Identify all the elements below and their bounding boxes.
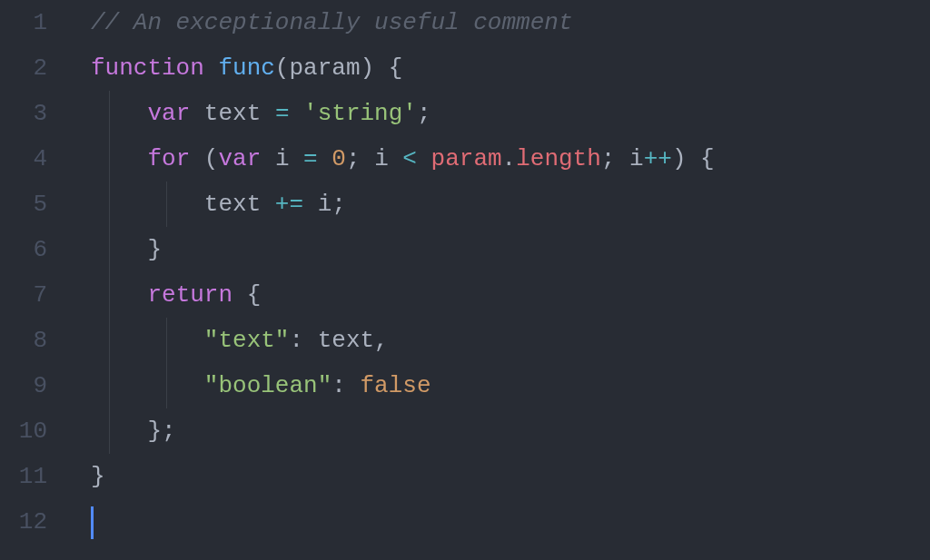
whitespace <box>204 54 219 82</box>
operator-token: = <box>303 145 318 172</box>
indent-guide <box>166 363 167 408</box>
whitespace <box>190 100 204 127</box>
code-line[interactable]: } <box>91 454 930 499</box>
paren-token: ( <box>275 54 290 82</box>
indent-guide <box>109 227 110 272</box>
keyword-token: var <box>218 145 261 172</box>
identifier-token: i <box>318 191 332 218</box>
punctuation-token: ; <box>346 145 361 172</box>
identifier-token: i <box>629 145 644 172</box>
paren-token: ) <box>360 54 374 82</box>
line-number: 2 <box>0 45 47 91</box>
indent-guide <box>109 363 110 408</box>
indent-guide <box>109 136 110 182</box>
identifier-token: text <box>318 327 374 354</box>
whitespace <box>615 145 629 172</box>
whitespace <box>190 145 204 172</box>
whitespace <box>389 145 403 172</box>
brace-token: { <box>700 145 715 172</box>
keyword-token: for <box>147 145 190 172</box>
whitespace <box>91 327 204 354</box>
line-number: 1 <box>0 0 47 45</box>
identifier-token: i <box>275 145 290 172</box>
punctuation-token: ; <box>601 145 616 172</box>
whitespace <box>318 145 332 172</box>
property-token: length <box>516 145 601 172</box>
identifier-token: text <box>204 191 261 218</box>
code-line[interactable]: return { <box>91 272 930 318</box>
operator-token: < <box>402 145 417 172</box>
whitespace <box>303 191 318 218</box>
function-name-token: func <box>218 54 274 82</box>
whitespace <box>91 372 204 399</box>
line-number: 3 <box>0 91 47 136</box>
line-number: 12 <box>0 499 47 545</box>
line-number-gutter: 1 2 3 4 5 6 7 8 9 10 11 12 <box>0 0 73 560</box>
code-line[interactable] <box>91 499 930 545</box>
indent-guide <box>109 182 110 227</box>
property-key-token: "boolean" <box>204 372 331 399</box>
whitespace <box>374 54 389 82</box>
comment-token: // An exceptionally useful comment <box>91 9 573 36</box>
keyword-token: var <box>147 100 190 127</box>
code-line[interactable]: // An exceptionally useful comment <box>91 0 930 45</box>
constant-token: false <box>360 372 430 399</box>
brace-token: } <box>91 463 105 490</box>
code-line[interactable]: }; <box>91 408 930 454</box>
whitespace <box>91 100 147 127</box>
indent-guide <box>109 272 110 318</box>
whitespace <box>261 100 275 127</box>
code-line[interactable]: "text": text, <box>91 318 930 363</box>
identifier-token: text <box>204 100 261 127</box>
punctuation-token: : <box>331 372 346 399</box>
brace-token: { <box>247 281 262 309</box>
brace-token: { <box>389 54 403 82</box>
line-number: 4 <box>0 136 47 182</box>
code-line[interactable]: "boolean": false <box>91 363 930 408</box>
line-number: 9 <box>0 363 47 408</box>
number-token: 0 <box>331 145 346 172</box>
line-number: 8 <box>0 318 47 363</box>
indent-guide <box>109 91 110 136</box>
line-number: 7 <box>0 272 47 318</box>
line-number: 5 <box>0 182 47 227</box>
whitespace <box>91 418 147 445</box>
line-number: 6 <box>0 227 47 272</box>
property-key-token: "text" <box>204 327 290 354</box>
code-line[interactable]: function func(param) { <box>91 45 930 91</box>
punctuation-token: ; <box>162 418 176 445</box>
whitespace <box>91 236 147 263</box>
code-line[interactable]: } <box>91 227 930 272</box>
punctuation-token: : <box>289 327 303 354</box>
brace-token: } <box>147 418 162 445</box>
whitespace <box>232 281 247 309</box>
string-token: 'string' <box>303 100 417 127</box>
punctuation-token: . <box>502 145 517 172</box>
punctuation-token: ; <box>417 100 431 127</box>
param-token: param <box>289 54 360 82</box>
whitespace <box>686 145 700 172</box>
punctuation-token: , <box>374 327 389 354</box>
whitespace <box>91 281 147 309</box>
operator-token: = <box>275 100 290 127</box>
whitespace <box>346 372 361 399</box>
code-line[interactable]: text += i; <box>91 182 930 227</box>
whitespace <box>91 191 204 218</box>
keyword-token: return <box>147 281 232 309</box>
indent-guide <box>166 182 167 227</box>
identifier-token: i <box>374 145 389 172</box>
indent-guide <box>166 318 167 363</box>
paren-token: ) <box>672 145 687 172</box>
line-number: 10 <box>0 408 47 454</box>
whitespace <box>289 100 303 127</box>
operator-token: ++ <box>644 145 672 172</box>
code-editor-area[interactable]: // An exceptionally useful comment funct… <box>73 0 930 560</box>
indent-guide <box>109 318 110 363</box>
brace-token: } <box>147 236 162 263</box>
code-line[interactable]: var text = 'string'; <box>91 91 930 136</box>
code-line[interactable]: for (var i = 0; i < param.length; i++) { <box>91 136 930 182</box>
whitespace <box>261 145 275 172</box>
keyword-token: function <box>91 54 204 82</box>
whitespace <box>361 145 375 172</box>
whitespace <box>289 145 303 172</box>
